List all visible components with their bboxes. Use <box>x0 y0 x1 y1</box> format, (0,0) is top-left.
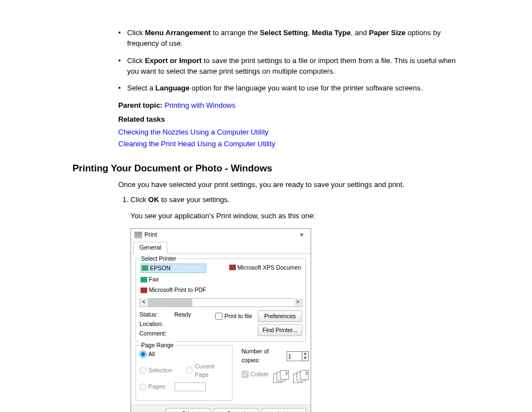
checkbox-label: Print to file <box>224 312 252 320</box>
lower-row: Page Range All Selection Current Page Pa… <box>136 345 306 401</box>
printer-item-xps[interactable]: Microsoft XPS Documen <box>229 264 301 272</box>
related-task-link[interactable]: Cleaning the Print Head Using a Computer… <box>118 140 275 148</box>
options-bullet-list: Click Menu Arrangement to arrange the Se… <box>118 28 465 94</box>
printer-label: Microsoft XPS Documen <box>238 264 301 272</box>
radio-input[interactable] <box>186 367 193 374</box>
num-copies-input[interactable] <box>287 352 302 361</box>
printer-icon <box>142 265 148 271</box>
copies-area: Number of copies: ▲▼ Collate 123 123 <box>236 345 310 401</box>
collate-icon: 123 <box>293 370 309 382</box>
radio-label: All <box>148 350 155 358</box>
section-intro: Once you have selected your print settin… <box>118 180 465 190</box>
printer-label: Microsoft Print to PDF <box>149 286 206 294</box>
collate-checkbox[interactable]: Collate <box>241 370 269 379</box>
spinner-up[interactable]: ▲ <box>302 352 308 356</box>
tab-strip: General <box>131 241 311 254</box>
checkbox-input[interactable] <box>241 371 249 378</box>
text: Select a <box>127 84 156 92</box>
radio-label: Current Page <box>195 362 229 379</box>
status-row: Status:Ready Location: Comment: Print to… <box>139 310 302 338</box>
bullet-item: Select a Language option for the languag… <box>118 83 465 94</box>
text-bold: Export or Import <box>145 56 202 65</box>
text-bold: Select Setting <box>260 28 308 37</box>
radio-input[interactable] <box>139 351 147 358</box>
select-printer-group: Select Printer EPSON Fax Microsoft Print… <box>136 258 306 342</box>
comment-label: Comment: <box>139 329 166 338</box>
printer-label: EPSON <box>150 264 171 272</box>
checkbox-input[interactable] <box>215 313 223 320</box>
num-copies-label: Number of copies: <box>241 347 284 364</box>
tab-general[interactable]: General <box>133 242 167 254</box>
scroll-left-arrow[interactable]: < <box>140 298 148 306</box>
text-bold: Menu Arrangement <box>145 28 211 37</box>
group-legend: Select Printer <box>139 255 178 263</box>
step-note: You see your application's Print window,… <box>130 211 465 222</box>
printer-item-epson[interactable]: EPSON <box>141 264 206 273</box>
title-bar: Print × <box>131 229 311 241</box>
text-bold: Paper Size <box>369 28 406 37</box>
text-bold: Related tasks <box>118 115 165 123</box>
related-task-link[interactable]: Checking the Nozzles Using a Computer Ut… <box>118 128 269 136</box>
print-button[interactable]: Print <box>166 408 210 412</box>
dialog-title: Print <box>144 231 157 239</box>
dialog-body: Select Printer EPSON Fax Microsoft Print… <box>131 254 311 404</box>
text: to arrange the <box>211 28 260 37</box>
text: Click <box>127 28 145 37</box>
text: Click <box>127 56 145 65</box>
radio-selection[interactable]: Selection <box>139 362 172 379</box>
bullet-item: Click Menu Arrangement to arrange the Se… <box>118 28 465 49</box>
parent-topic-row: Parent topic: Printing with Windows <box>118 100 465 111</box>
radio-pages[interactable]: Pages: <box>139 382 229 391</box>
text-bold: Media Type <box>312 28 351 37</box>
text-bold: OK <box>148 195 159 204</box>
step-item: Click OK to save your settings. <box>130 195 465 205</box>
radio-input[interactable] <box>139 367 147 374</box>
parent-topic-link[interactable]: Printing with Windows <box>165 101 235 109</box>
printer-list: EPSON Fax Microsoft Print to PDF Microso… <box>139 264 302 297</box>
spinner-down[interactable]: ▼ <box>302 356 308 361</box>
close-button[interactable]: × <box>296 231 307 238</box>
printer-item-pdf[interactable]: Microsoft Print to PDF <box>141 286 206 294</box>
preferences-button[interactable]: Preferences <box>258 310 302 322</box>
radio-label: Selection <box>148 366 172 375</box>
radio-all[interactable]: All <box>139 350 229 358</box>
text: , and <box>351 28 369 37</box>
dialog-button-strip: Print Cancel Apply <box>131 404 311 412</box>
cancel-button[interactable]: Cancel <box>214 408 258 412</box>
printer-label: Fax <box>149 275 159 284</box>
printer-item-fax[interactable]: Fax <box>141 275 206 284</box>
printer-scrollbar[interactable]: < > <box>139 298 302 307</box>
text: Click <box>130 195 148 204</box>
pages-input[interactable] <box>175 382 206 391</box>
scroll-thumb[interactable] <box>148 299 192 306</box>
checkbox-label: Collate <box>250 370 269 379</box>
status-value: Ready <box>174 310 191 319</box>
page-range-group: Page Range All Selection Current Page Pa… <box>136 345 233 401</box>
radio-input[interactable] <box>139 384 147 391</box>
apply-button[interactable]: Apply <box>262 408 306 412</box>
printer-icon <box>134 232 142 238</box>
printer-icon <box>229 265 236 270</box>
steps-list: Click OK to save your settings. <box>118 195 465 205</box>
radio-label: Pages: <box>148 382 167 391</box>
section-heading: Printing Your Document or Photo - Window… <box>72 162 465 176</box>
radio-current-page[interactable]: Current Page <box>186 362 229 379</box>
text: option for the language you want to use … <box>190 84 423 92</box>
print-dialog: Print × General Select Printer EPSON Fax… <box>130 228 311 412</box>
print-to-file-checkbox[interactable]: Print to file <box>215 312 252 320</box>
text: to save your settings. <box>159 195 229 204</box>
scroll-right-arrow[interactable]: > <box>294 298 302 306</box>
status-label: Status: <box>139 310 166 319</box>
location-label: Location: <box>139 320 166 328</box>
printer-icon <box>141 277 147 282</box>
find-printer-button[interactable]: Find Printer... <box>258 324 302 336</box>
printer-icon <box>141 288 147 293</box>
collate-icon: 123 <box>273 370 289 382</box>
related-tasks-label: Related tasks <box>118 114 465 125</box>
num-copies-spinner[interactable]: ▲▼ <box>287 351 309 361</box>
parent-topic-label: Parent topic: <box>118 101 162 109</box>
text-bold: Language <box>156 84 190 92</box>
bullet-item: Click Export or Import to save the print… <box>118 56 465 77</box>
group-legend: Page Range <box>139 341 175 349</box>
